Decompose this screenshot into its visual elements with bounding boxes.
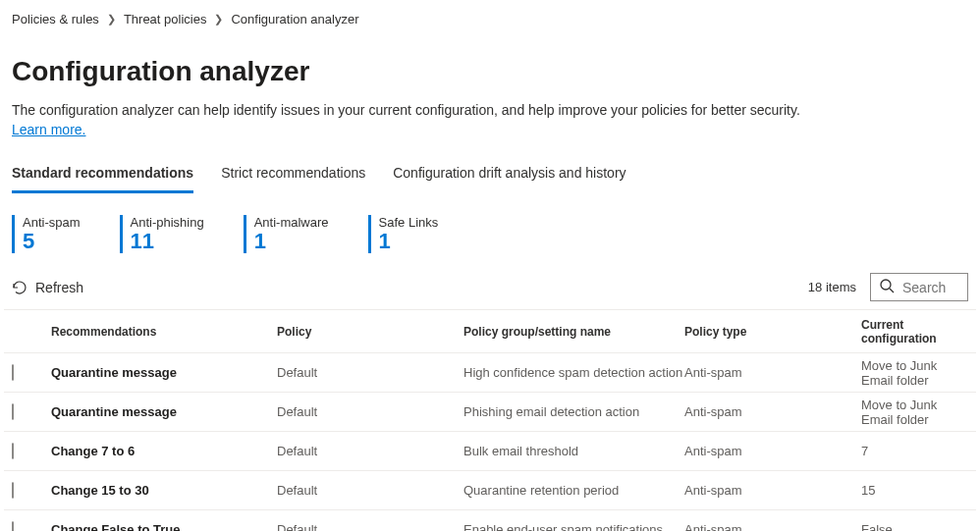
breadcrumb: Policies & rules ❯ Threat policies ❯ Con…: [4, 0, 976, 32]
cell-group: Phishing email detection action: [463, 404, 684, 419]
search-box[interactable]: [870, 273, 968, 301]
breadcrumb-item[interactable]: Policies & rules: [12, 12, 99, 27]
cell-type: Anti-spam: [684, 522, 861, 531]
page-description: The configuration analyzer can help iden…: [4, 101, 809, 157]
cell-policy: Default: [277, 365, 463, 380]
cell-current: Move to Junk Email folder: [861, 358, 972, 388]
tab-list: Standard recommendations Strict recommen…: [4, 157, 976, 193]
col-recommendations[interactable]: Recommendations: [51, 325, 277, 339]
row-checkbox[interactable]: [12, 403, 14, 420]
cell-policy: Default: [277, 444, 463, 458]
cell-recommendation: Change 15 to 30: [51, 483, 277, 498]
stat-anti-malware[interactable]: Anti-malware 1: [244, 215, 329, 253]
item-count: 18 items: [808, 280, 856, 294]
cell-type: Anti-spam: [684, 444, 861, 458]
row-checkbox[interactable]: [12, 364, 14, 381]
stat-value: 1: [379, 230, 439, 253]
col-policy[interactable]: Policy: [277, 325, 463, 339]
toolbar: Refresh 18 items: [4, 263, 976, 310]
cell-recommendation: Change False to True: [51, 522, 277, 531]
svg-line-1: [890, 289, 894, 292]
cell-recommendation: Change 7 to 6: [51, 444, 277, 458]
search-input[interactable]: [902, 280, 955, 295]
stat-anti-spam[interactable]: Anti-spam 5: [12, 215, 81, 253]
stat-label: Anti-spam: [23, 215, 81, 230]
svg-point-0: [881, 280, 891, 290]
breadcrumb-item[interactable]: Threat policies: [124, 12, 207, 27]
table-header: Recommendations Policy Policy group/sett…: [4, 310, 976, 353]
table-row[interactable]: Change False to True Default Enable end-…: [4, 510, 976, 531]
tab-standard-recommendations[interactable]: Standard recommendations: [12, 157, 193, 193]
stat-label: Anti-phishing: [131, 215, 204, 230]
toolbar-right: 18 items: [808, 273, 968, 301]
refresh-icon: [12, 280, 27, 295]
tab-config-drift[interactable]: Configuration drift analysis and history: [393, 157, 626, 193]
cell-policy: Default: [277, 483, 463, 498]
cell-type: Anti-spam: [684, 404, 861, 419]
col-type[interactable]: Policy type: [684, 325, 861, 339]
stat-label: Safe Links: [379, 215, 439, 230]
cell-current: Move to Junk Email folder: [861, 398, 972, 427]
cell-recommendation: Quarantine message: [51, 404, 277, 419]
stat-label: Anti-malware: [254, 215, 329, 230]
page-description-text: The configuration analyzer can help iden…: [12, 102, 800, 118]
cell-current: 7: [861, 444, 972, 458]
page-title: Configuration analyzer: [4, 32, 976, 101]
search-icon: [879, 278, 895, 296]
table-row[interactable]: Quarantine message Default High confiden…: [4, 353, 976, 393]
stat-value: 5: [23, 230, 81, 253]
table-row[interactable]: Change 7 to 6 Default Bulk email thresho…: [4, 432, 976, 471]
tab-strict-recommendations[interactable]: Strict recommendations: [221, 157, 365, 193]
row-checkbox[interactable]: [12, 521, 14, 531]
cell-type: Anti-spam: [684, 365, 861, 380]
cell-current: 15: [861, 483, 972, 498]
cell-policy: Default: [277, 404, 463, 419]
stats-row: Anti-spam 5 Anti-phishing 11 Anti-malwar…: [4, 201, 976, 263]
col-current[interactable]: Current configuration: [861, 318, 972, 345]
stat-anti-phishing[interactable]: Anti-phishing 11: [120, 215, 204, 253]
cell-group: High confidence spam detection action: [463, 365, 684, 380]
chevron-right-icon: ❯: [107, 13, 116, 26]
cell-group: Enable end-user spam notifications: [463, 522, 684, 531]
row-checkbox[interactable]: [12, 443, 14, 459]
stat-value: 1: [254, 230, 329, 253]
table-row[interactable]: Change 15 to 30 Default Quarantine reten…: [4, 471, 976, 510]
stat-safe-links[interactable]: Safe Links 1: [368, 215, 439, 253]
cell-policy: Default: [277, 522, 463, 531]
refresh-button[interactable]: Refresh: [12, 280, 83, 295]
cell-group: Bulk email threshold: [463, 444, 684, 458]
learn-more-link[interactable]: Learn more.: [12, 122, 85, 137]
table-row[interactable]: Quarantine message Default Phishing emai…: [4, 393, 976, 432]
cell-type: Anti-spam: [684, 483, 861, 498]
cell-recommendation: Quarantine message: [51, 365, 277, 380]
stat-value: 11: [131, 230, 204, 253]
row-checkbox[interactable]: [12, 482, 14, 499]
cell-group: Quarantine retention period: [463, 483, 684, 498]
col-group[interactable]: Policy group/setting name: [463, 325, 684, 339]
chevron-right-icon: ❯: [214, 13, 223, 26]
breadcrumb-item[interactable]: Configuration analyzer: [231, 12, 358, 27]
recommendations-table: Recommendations Policy Policy group/sett…: [4, 310, 976, 531]
refresh-label: Refresh: [35, 280, 83, 295]
cell-current: False: [861, 522, 972, 531]
